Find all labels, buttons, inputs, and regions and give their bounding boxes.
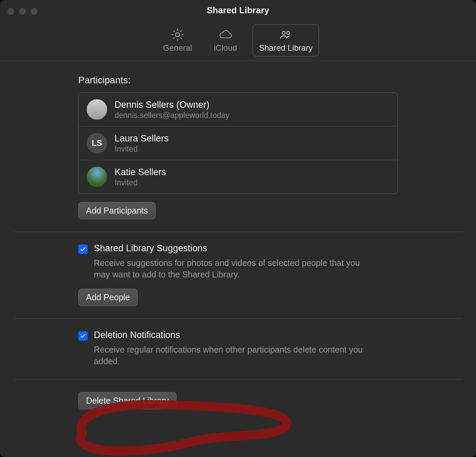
tab-label: General (163, 43, 192, 53)
add-people-button[interactable]: Add People (78, 289, 138, 306)
participant-row[interactable]: Dennis Sellers (Owner) dennis.sellers@ap… (79, 93, 397, 126)
tab-icloud[interactable]: iCloud (208, 25, 243, 56)
suggestions-description: Receive suggestions for photos and video… (78, 257, 371, 281)
section-divider (14, 232, 462, 232)
tab-shared-library[interactable]: Shared Library (253, 24, 319, 56)
avatar: LS (87, 133, 107, 153)
checkmark-icon (80, 246, 86, 253)
deletion-description: Receive regular notifications when other… (78, 344, 371, 367)
zoom-window-button[interactable] (31, 8, 37, 15)
section-divider (14, 318, 462, 319)
avatar (87, 167, 107, 187)
participant-name: Katie Sellers (115, 166, 166, 178)
cloud-icon (218, 28, 233, 41)
participant-row[interactable]: Katie Sellers Invited (79, 160, 397, 193)
content-area: Participants: Dennis Sellers (Owner) den… (0, 61, 476, 409)
svg-point-0 (175, 33, 180, 37)
avatar (87, 99, 107, 120)
suggestions-title: Shared Library Suggestions (94, 243, 207, 254)
participant-name: Dennis Sellers (Owner) (115, 99, 230, 111)
tab-label: Shared Library (259, 43, 312, 53)
delete-shared-library-button[interactable]: Delete Shared Library (78, 392, 176, 409)
preferences-window: Shared Library General iCloud (0, 0, 476, 457)
window-title: Shared Library (207, 5, 269, 16)
participant-row[interactable]: LS Laura Sellers Invited (79, 126, 397, 160)
deletion-checkbox[interactable] (78, 331, 88, 341)
tab-label: iCloud (214, 43, 237, 53)
window-controls (7, 8, 37, 15)
participant-name: Laura Sellers (115, 133, 169, 145)
participants-list: Dennis Sellers (Owner) dennis.sellers@ap… (78, 92, 398, 194)
section-divider (14, 379, 462, 380)
deletion-option: Deletion Notifications (78, 330, 398, 341)
participant-subtext: Invited (115, 178, 166, 187)
suggestions-option: Shared Library Suggestions (78, 243, 398, 254)
participant-subtext: dennis.sellers@appleworld.today (115, 111, 230, 120)
svg-point-2 (287, 31, 290, 34)
close-window-button[interactable] (7, 8, 14, 15)
checkmark-icon (80, 333, 86, 339)
add-participants-button[interactable]: Add Participants (78, 202, 156, 219)
minimize-window-button[interactable] (19, 8, 26, 15)
toolbar-tabs: General iCloud Shared Library (0, 20, 476, 61)
tab-general[interactable]: General (157, 25, 198, 56)
people-icon (278, 28, 293, 41)
svg-point-1 (282, 31, 285, 34)
gear-icon (170, 28, 185, 41)
titlebar: Shared Library (0, 0, 476, 20)
participants-heading: Participants: (78, 75, 398, 86)
participant-subtext: Invited (115, 145, 169, 154)
suggestions-checkbox[interactable] (78, 244, 88, 254)
deletion-title: Deletion Notifications (94, 330, 180, 340)
